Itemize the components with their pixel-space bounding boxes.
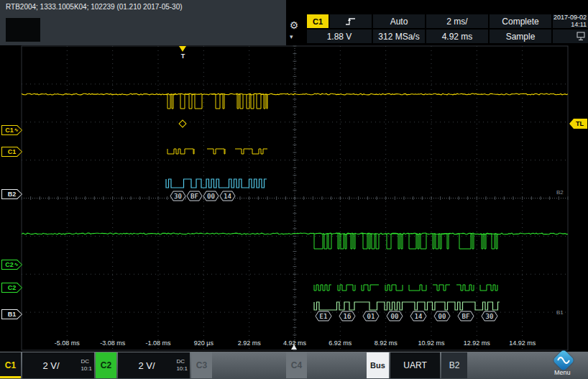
c2-digital-trace	[385, 285, 403, 291]
trigger-position-label: T	[179, 52, 187, 60]
c2-digital-trace	[480, 285, 497, 291]
b1-frame-value: E1	[320, 313, 328, 320]
c1-digital-trace	[167, 149, 194, 154]
channel2-scale-box[interactable]: 2 V/ DC 10:1	[118, 352, 190, 378]
horizontal-position-box[interactable]: 4.92 ms	[426, 29, 488, 43]
channel2-coupling-value: DC	[176, 358, 188, 365]
bus-name-box[interactable]: B2	[441, 352, 467, 378]
rising-edge-icon	[344, 16, 357, 27]
b1-frame-value: BF	[462, 313, 470, 320]
trigger-position-marker[interactable]	[179, 46, 186, 52]
channel4-button[interactable]: C4	[286, 352, 307, 378]
channel3-button[interactable]: C3	[191, 352, 212, 378]
c1-analog-burst	[236, 94, 243, 109]
trigger-source-badge[interactable]: C1	[307, 14, 329, 28]
c2-digital-trace	[409, 285, 426, 291]
time-axis-label: 12.92 ms	[464, 339, 490, 347]
c2-analog-burst	[385, 234, 403, 249]
c1-coupling-glyph: ∿	[14, 127, 19, 133]
b2-frame-value: BF	[190, 193, 198, 200]
network-status-box	[553, 29, 588, 43]
network-icon	[576, 32, 586, 41]
b2-frame-value: 00	[207, 193, 215, 200]
c1-digital-trace	[207, 149, 225, 154]
time-label: 14:11	[571, 22, 587, 29]
c1-analog-burst	[257, 94, 267, 109]
trigger-mode-box[interactable]: Auto	[373, 14, 425, 28]
c2-digital-label: C2	[8, 284, 17, 291]
b1-frame-value: 00	[438, 313, 446, 320]
c2-digital-trace	[456, 285, 474, 291]
b2-bus-wave	[166, 179, 267, 188]
c2-analog-burst	[433, 234, 450, 249]
channel1-scale-value: 2 V/	[42, 360, 59, 371]
c1-analog-burst	[180, 94, 202, 109]
time-axis-label: -3.08 ms	[100, 339, 125, 347]
c2-analog-burst	[456, 234, 474, 249]
b1-frame-value: 00	[391, 313, 399, 320]
softkey-blank	[6, 18, 40, 42]
time-axis-label: 8.92 ms	[375, 339, 398, 347]
timebase-box[interactable]: 2 ms/	[426, 14, 488, 28]
time-axis-label: 10.92 ms	[418, 339, 444, 347]
channel2-button[interactable]: C2	[96, 352, 116, 378]
time-axis-label: -1.08 ms	[145, 339, 170, 347]
c2-digital-trace	[314, 285, 331, 291]
c2-digital-trace	[362, 285, 379, 291]
trigger-level-box[interactable]: 1.88 V	[307, 29, 372, 43]
menu-button[interactable]: Menu	[554, 369, 571, 376]
b1-frame-value: 01	[367, 313, 375, 320]
channel1-button[interactable]: C1	[0, 352, 21, 378]
c2-analog-burst	[409, 234, 426, 249]
b1-bus-wave	[314, 302, 500, 310]
trigger-slope-box[interactable]	[330, 14, 372, 28]
b1-right-label: B1	[556, 309, 564, 316]
c2-digital-trace	[433, 285, 450, 291]
c1-analog-burst	[211, 94, 225, 109]
b1-frame-value: 30	[486, 313, 494, 320]
instrument-id: RTB2004; 1333.1005K04; 102239 (01.210 20…	[6, 3, 183, 11]
c2-analog-burst	[338, 234, 355, 249]
c2-analog-burst	[314, 234, 331, 249]
settings-gear-icon[interactable]: ⚙	[287, 18, 301, 32]
bus-protocol-box[interactable]: UART	[390, 352, 440, 378]
sample-rate-box: 312 MSa/s	[373, 29, 425, 43]
b1-frame-value: 14	[415, 313, 423, 320]
waveform-display: 30BF0014E11601001400BF30	[0, 0, 588, 379]
datetime-box: 2017-09-02 14:11	[553, 14, 588, 28]
oscilloscope-screen: 30BF0014E11601001400BF30 RTB2004; 1333.1…	[0, 0, 588, 379]
channel2-coupling: DC 10:1	[176, 358, 188, 373]
time-axis-label: 2.92 ms	[238, 339, 261, 347]
chevron-down-icon[interactable]: ▾	[290, 33, 293, 40]
c2-analog-burst	[480, 234, 497, 249]
b2-frame-value: 14	[224, 193, 231, 200]
channel1-scale-box[interactable]: 2 V/ DC 10:1	[22, 352, 94, 378]
time-axis-label: -5.08 ms	[55, 339, 80, 347]
c2-analog-burst	[362, 234, 379, 249]
b1-frame-value: 16	[344, 313, 352, 320]
reference-position-marker	[291, 344, 297, 350]
b2-right-label: B2	[556, 189, 564, 196]
b2-frame-value: 30	[174, 193, 182, 200]
c2-coupling-glyph: ∿	[14, 262, 19, 268]
c1-analog-burst	[247, 94, 254, 109]
bus-button[interactable]: Bus	[367, 352, 389, 378]
acquisition-mode-box[interactable]: Sample	[490, 29, 551, 43]
channel2-probe-value: 10:1	[176, 365, 188, 373]
time-axis-label: 920 µs	[194, 339, 213, 347]
c1-analog-burst	[166, 94, 176, 109]
time-axis-label: 14.92 ms	[509, 339, 536, 347]
c1-digital-trace	[235, 149, 267, 154]
b2-bus-label: B2	[8, 191, 17, 198]
time-axis-label: 6.92 ms	[329, 339, 352, 347]
channel2-scale-value: 2 V/	[138, 360, 155, 371]
channel1-probe-value: 10:1	[81, 365, 92, 373]
c2-position-label: C2	[5, 261, 14, 268]
channel1-coupling-value: DC	[81, 358, 92, 365]
c1-digital-label: C1	[8, 148, 17, 155]
acquisition-status-box[interactable]: Complete	[490, 14, 551, 28]
c1-position-label: C1	[5, 127, 14, 134]
b1-bus-label: B1	[8, 311, 17, 318]
channel1-coupling: DC 10:1	[81, 358, 92, 373]
